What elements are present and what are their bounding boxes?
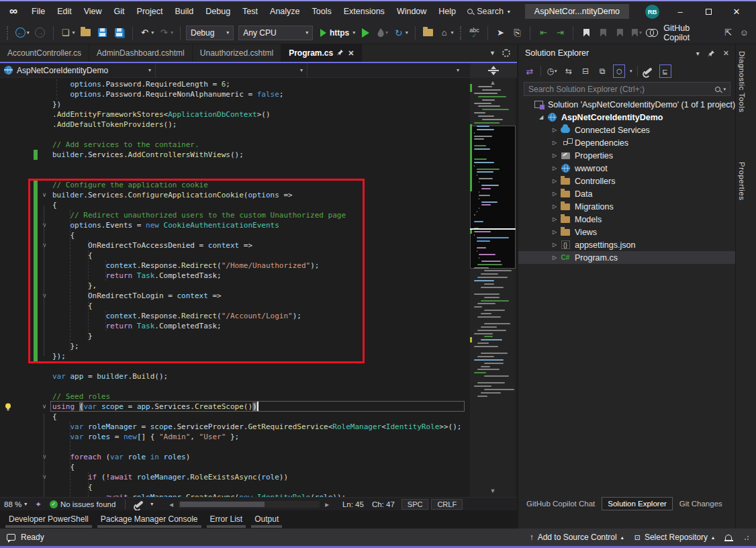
start-without-debugging-button[interactable] (359, 25, 373, 41)
notifications-bell-icon[interactable] (725, 535, 732, 541)
sync-with-active-document-button[interactable]: ⇄ (524, 64, 536, 78)
platform-select[interactable]: Any CPU▾ (238, 26, 313, 40)
solution-search-input[interactable]: Search Solution Explorer (Ctrl+;) ▾ (524, 82, 730, 96)
collapsed-arrow-icon[interactable]: ▷ (551, 255, 559, 261)
find-in-files-button[interactable] (421, 25, 436, 41)
horizontal-scrollbar[interactable] (179, 501, 320, 508)
menu-item-file[interactable]: File (26, 4, 51, 19)
switch-views-button[interactable]: ⇆ (563, 64, 575, 78)
toolbar-drag-handle[interactable] (7, 26, 9, 40)
copilot-status-icon[interactable]: ✦ (31, 498, 46, 510)
navigate-forward-button[interactable]: → (33, 25, 48, 41)
menu-item-view[interactable]: View (78, 4, 108, 19)
indent-decrease-button[interactable]: ⇤ (536, 25, 551, 41)
collapsed-arrow-icon[interactable]: ▷ (551, 203, 559, 210)
configuration-select[interactable]: Debug▾ (186, 26, 234, 40)
collapsed-arrow-icon[interactable]: ▷ (551, 127, 559, 133)
minimap-scrollbar[interactable]: ▲ ▼ (470, 78, 516, 497)
hot-reload-button[interactable]: ▾ (375, 25, 390, 41)
tree-item-controllers[interactable]: ▷Controllers (518, 175, 736, 187)
navigate-back-button[interactable]: ←▾ (14, 25, 31, 41)
feedback-bubble-icon[interactable] (7, 534, 15, 541)
preview-selected-toggle[interactable]: ⊑ (659, 64, 671, 78)
send-feedback-icon[interactable]: ☺ (739, 28, 749, 38)
collapse-all-button[interactable]: ⊟ (579, 64, 592, 78)
collapsed-arrow-icon[interactable]: ▷ (551, 165, 559, 171)
select-element-button[interactable]: ➤ (493, 25, 508, 41)
github-copilot-icon[interactable] (646, 29, 658, 37)
menu-item-project[interactable]: Project (131, 4, 169, 19)
side-tab-solution-explorer[interactable]: Solution Explorer (602, 497, 673, 510)
minimize-button[interactable]: – (666, 2, 694, 21)
split-editor-handle[interactable] (470, 63, 517, 77)
new-project-button[interactable]: ❏▾ (59, 25, 77, 41)
horizontal-scrollbar-thumb[interactable] (180, 502, 265, 507)
gear-icon[interactable] (502, 49, 510, 57)
tab-unauthorized-cshtml[interactable]: Unauthorized.cshtml (193, 44, 281, 62)
pending-changes-filter-button[interactable]: ◷▾ (546, 64, 558, 78)
tree-item-connected-services[interactable]: ▷Connected Services (518, 124, 736, 136)
collapsed-arrow-icon[interactable]: ▷ (551, 216, 559, 222)
close-button[interactable]: ✕ (722, 2, 751, 21)
tree-item-appsettings-json[interactable]: ▷{}appsettings.json (518, 238, 736, 251)
side-tab-github-copilot-chat[interactable]: GitHub Copilot Chat (521, 498, 600, 510)
scroll-down-icon[interactable]: ▼ (470, 488, 516, 494)
tree-item-wwwroot[interactable]: ▷wwwroot (518, 162, 736, 175)
pin-icon[interactable] (337, 48, 344, 58)
add-to-source-control-button[interactable]: ↑ Add to Source Control ▴ (530, 533, 624, 542)
navigate-home-button[interactable]: ⌂▾ (438, 25, 455, 41)
close-tab-icon[interactable]: ✕ (348, 49, 354, 58)
tree-item-properties[interactable]: ▷Properties (518, 149, 736, 162)
github-copilot-label[interactable]: GitHub Copilot (663, 24, 717, 42)
collapsed-arrow-icon[interactable]: ▷ (551, 152, 559, 158)
collapsed-arrow-icon[interactable]: ▷ (551, 178, 559, 184)
menu-item-edit[interactable]: Edit (51, 4, 78, 19)
collapse-chevron-icon[interactable]: ∨ (40, 472, 49, 482)
menu-item-help[interactable]: Help (432, 4, 462, 19)
show-all-files-button[interactable]: ⧉ (596, 64, 608, 78)
tree-item-program-cs[interactable]: ▷C#Program.cs (518, 251, 736, 264)
undo-button[interactable]: ↶▾ (138, 25, 156, 41)
menu-item-build[interactable]: Build (169, 4, 199, 19)
avatar[interactable]: RB (645, 5, 659, 19)
member-dropdown[interactable]: ▾ (308, 63, 463, 77)
line-ending-toggle[interactable]: CRLF (431, 499, 463, 510)
indent-increase-button[interactable]: ⇥ (553, 25, 567, 41)
project-dropdown[interactable]: AspNetCoreIdentityDemo ▾ (0, 63, 156, 77)
side-tab-git-changes[interactable]: Git Changes (674, 498, 728, 510)
select-repository-button[interactable]: ⊡ Select Repository ▴ (634, 533, 714, 542)
panel-tab-package-manager-console[interactable]: Package Manager Console (96, 512, 203, 525)
sync-selection-toggle[interactable]: ⬡ (613, 64, 625, 78)
tree-item-views[interactable]: ▷Views (518, 226, 736, 238)
menu-item-analyze[interactable]: Analyze (264, 4, 305, 19)
tree-item-data[interactable]: ▷Data (518, 187, 736, 200)
lightbulb-icon[interactable] (3, 402, 13, 414)
bookmark-window-button[interactable]: ▾ (629, 25, 644, 41)
save-all-button[interactable] (112, 25, 127, 41)
tree-item-migrations[interactable]: ▷Migrations (518, 200, 736, 213)
menu-item-test[interactable]: Test (236, 4, 264, 19)
tree-item-solution-aspnetcoreidentitydemo-1-of-1-p[interactable]: Solution 'AspNetCoreIdentityDemo' (1 of … (518, 98, 736, 111)
menu-item-tools[interactable]: Tools (306, 4, 338, 19)
toggle-bookmark-button[interactable] (579, 25, 594, 41)
search-control[interactable]: Search ▾ (462, 5, 516, 18)
resize-grip[interactable] (743, 534, 749, 541)
spaces-toggle[interactable]: SPC (401, 499, 429, 510)
tab-program-cs[interactable]: Program.cs✕ (281, 44, 362, 62)
collapse-chevron-icon[interactable]: ∨ (40, 452, 49, 462)
close-panel-icon[interactable]: ✕ (723, 49, 729, 58)
start-debugging-button[interactable]: https ▾ (319, 25, 357, 41)
share-icon[interactable]: ⇱ (722, 28, 733, 38)
vertical-tab-properties[interactable]: Properties (738, 162, 746, 200)
expanded-arrow-icon[interactable]: ◢ (537, 114, 545, 120)
collapsed-arrow-icon[interactable]: ▷ (551, 140, 559, 146)
panel-tab-developer-powershell[interactable]: Developer PowerShell (4, 512, 93, 525)
panel-menu-icon[interactable]: ▾ (696, 50, 700, 57)
format-document-button[interactable]: ⎘ (510, 25, 524, 41)
panel-tab-error-list[interactable]: Error List (205, 512, 248, 525)
previous-bookmark-button[interactable] (596, 25, 610, 41)
menu-item-git[interactable]: Git (108, 4, 131, 19)
restart-button[interactable]: ↻▾ (392, 25, 410, 41)
scroll-right-button[interactable]: ▸ (321, 498, 333, 510)
vertical-tab-diagnostic-tools[interactable]: Diagnostic Tools (738, 51, 746, 113)
